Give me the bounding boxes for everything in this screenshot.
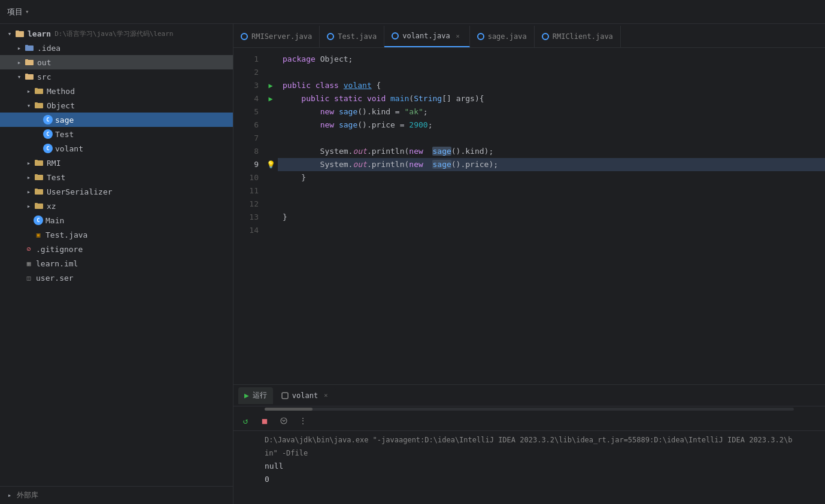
leaf-volant-class (34, 144, 43, 153)
bottom-tab-bar: ▶ 运行 volant × (233, 385, 825, 406)
code-line-11 (278, 184, 825, 198)
tree-label-volant-class: volant (55, 144, 83, 153)
expand-arrow-object (24, 101, 34, 110)
tree-item-rmi[interactable]: RMI (0, 156, 233, 170)
scroll-console-button[interactable] (277, 414, 291, 428)
svg-rect-17 (35, 189, 38, 190)
tree-item-out[interactable]: out (0, 55, 233, 69)
bulb-icon-9[interactable]: 💡 (266, 160, 275, 169)
tree-item-sage[interactable]: C sage (0, 113, 233, 127)
expand-arrow-method (24, 86, 34, 96)
svg-rect-1 (16, 31, 19, 32)
tree-item-method[interactable]: Method (0, 84, 233, 98)
project-title[interactable]: 项目 ▾ (7, 7, 29, 17)
tree-item-learniml[interactable]: learn.iml (0, 256, 233, 271)
tree-item-test-class[interactable]: C Test (0, 127, 233, 141)
gutter-line-3[interactable]: ▶ (263, 79, 278, 92)
tree-label-sage: sage (55, 116, 74, 125)
tab-label-sage: sage.java (488, 32, 527, 41)
tree-item-object[interactable]: Object (0, 98, 233, 113)
tree-label-learniml: learn.iml (36, 259, 78, 268)
external-libraries[interactable]: 外部库 (0, 486, 233, 504)
tab-rmiserver[interactable]: RMIServer.java (233, 26, 320, 47)
ser-icon (24, 273, 34, 283)
gutter: ▶ ▶ 💡 (263, 48, 278, 384)
tree-item-test-pkg[interactable]: Test (0, 170, 233, 184)
line-numbers: 1 2 3 4 5 6 7 8 9 10 11 12 13 14 (233, 48, 263, 384)
gutter-line-14 (263, 224, 278, 237)
tree-item-userser[interactable]: user.ser (0, 271, 233, 285)
tab-circle-sage (477, 33, 484, 40)
package-icon-xz (34, 201, 44, 211)
gutter-line-5 (263, 105, 278, 119)
tree-item-volant-class[interactable]: C volant (0, 141, 233, 156)
horizontal-scrollbar[interactable] (233, 406, 825, 411)
tree-label-test-class: Test (55, 130, 74, 139)
gutter-line-8 (263, 145, 278, 158)
gutter-line-11 (263, 184, 278, 198)
tab-rmiclient[interactable]: RMIClient.java (535, 26, 621, 47)
stop-button[interactable]: ■ (257, 414, 272, 428)
tab-test[interactable]: Test.java (320, 26, 384, 47)
tab-sage[interactable]: sage.java (470, 26, 535, 47)
tree-label-userserializer: UserSerializer (47, 187, 113, 196)
gutter-line-12 (263, 198, 278, 211)
code-line-3: public class volant { (278, 79, 825, 92)
tree-label-method: Method (47, 87, 75, 96)
code-editor[interactable]: 1 2 3 4 5 6 7 8 9 10 11 12 13 14 ▶ (233, 48, 825, 384)
settings-button[interactable]: ⋮ (296, 414, 310, 428)
svg-rect-13 (35, 160, 38, 162)
package-icon-rmi (34, 157, 44, 168)
bottom-tab-run-label: 运行 (253, 390, 267, 400)
expand-arrow-src (14, 72, 24, 81)
tab-label-rmiclient: RMIClient.java (553, 32, 613, 41)
code-content[interactable]: package Object; public class volant { pu… (278, 48, 825, 384)
gutter-line-4[interactable]: ▶ (263, 92, 278, 105)
tab-label-test: Test.java (338, 32, 377, 41)
bottom-tab-volant[interactable]: volant × (275, 387, 336, 404)
tree-item-userserializer[interactable]: UserSerializer (0, 184, 233, 199)
code-line-10: } (278, 171, 825, 184)
tab-close-volant[interactable]: × (454, 32, 462, 40)
bottom-tab-close[interactable]: × (321, 391, 330, 400)
code-line-12 (278, 198, 825, 211)
iml-icon (24, 259, 34, 268)
tab-label-volant: volant.java (402, 32, 450, 40)
tree-label-idea: .idea (37, 44, 60, 53)
code-line-13: } (278, 211, 825, 224)
tree-item-idea[interactable]: .idea (0, 41, 233, 55)
tree-item-gitignore[interactable]: .gitignore (0, 242, 233, 256)
leaf-gitignore (14, 244, 24, 254)
tree-item-xz[interactable]: xz (0, 199, 233, 213)
tab-circle-test (327, 33, 334, 40)
run-button-3[interactable]: ▶ (268, 81, 272, 90)
gutter-line-9[interactable]: 💡 (263, 158, 278, 171)
gutter-line-1 (263, 53, 278, 66)
tab-label-rmiserver: RMIServer.java (251, 32, 312, 41)
scrollbar-thumb[interactable] (265, 408, 313, 411)
tree-item-learn[interactable]: learn D:\语言学习\java\学习源代码\learn (0, 26, 233, 41)
tree-item-testjava[interactable]: Test.java (0, 227, 233, 242)
console-line-0: 0 (265, 473, 794, 486)
tree-item-src[interactable]: src (0, 69, 233, 84)
tree-label-learn: learn (28, 29, 51, 38)
bottom-tab-run[interactable]: ▶ 运行 (238, 387, 273, 404)
dropdown-icon: ▾ (25, 8, 29, 16)
run-button-4[interactable]: ▶ (268, 95, 272, 103)
svg-rect-3 (25, 45, 28, 47)
tree-item-main[interactable]: C Main (0, 213, 233, 227)
tab-volant[interactable]: volant.java × (384, 26, 469, 47)
bottom-tab-volant-label: volant (292, 391, 318, 400)
tree-label-out: out (37, 58, 51, 67)
file-tree: learn D:\语言学习\java\学习源代码\learn .idea out (0, 24, 233, 486)
rerun-button[interactable]: ↺ (238, 414, 253, 428)
tree-label-object: Object (47, 101, 75, 110)
tree-label-rmi: RMI (47, 159, 60, 168)
svg-rect-15 (35, 174, 38, 176)
folder-icon-src (24, 71, 35, 82)
expand-arrow-xz (24, 201, 34, 211)
svg-rect-20 (282, 393, 288, 399)
package-icon-userserializer (34, 186, 44, 197)
folder-icon-idea (24, 42, 35, 53)
testjava-icon (34, 230, 43, 239)
